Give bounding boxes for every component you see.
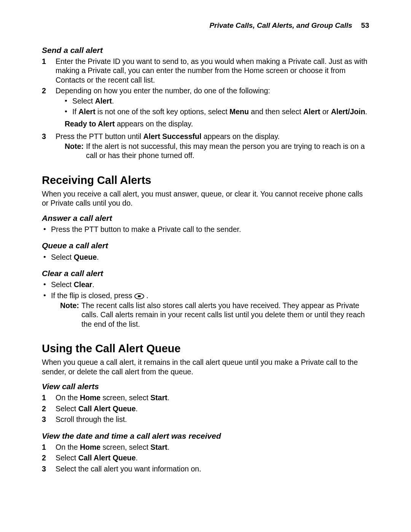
step-2: 2 Select Call Alert Queue. xyxy=(42,453,369,464)
text: appears on the display. xyxy=(201,132,280,141)
text: or xyxy=(320,107,331,116)
chapter-title: Private Calls, Call Alerts, and Group Ca… xyxy=(209,21,352,29)
text: Select xyxy=(51,253,74,261)
clear-bullet-1: Select Clear. xyxy=(42,280,369,291)
step-1: 1 On the Home screen, select Start. xyxy=(42,443,369,453)
text: . xyxy=(136,454,138,462)
step-number: 1 xyxy=(42,393,53,402)
text: . xyxy=(136,404,138,413)
ui-term-start: Start xyxy=(150,393,167,402)
heading-receiving-call-alerts: Receiving Call Alerts xyxy=(42,173,369,187)
step-3: 3 Press the PTT button until Alert Succe… xyxy=(42,132,369,164)
step-number: 3 xyxy=(42,464,53,473)
text: Select xyxy=(56,404,78,413)
text: appears on the display. xyxy=(115,120,193,128)
step-2-result: Ready to Alert appears on the display. xyxy=(65,118,369,130)
text: . xyxy=(365,107,367,116)
text: If the flip is closed, press xyxy=(51,291,134,300)
step-2: 2 Select Call Alert Queue. xyxy=(42,404,369,415)
ui-term-alert: Alert xyxy=(78,107,95,116)
receiving-intro: When you receive a call alert, you must … xyxy=(42,189,369,208)
heading-send-call-alert: Send a call alert xyxy=(42,45,369,55)
text: If xyxy=(72,107,78,116)
step-2: 2 Depending on how you enter the number,… xyxy=(42,86,369,132)
using-queue-intro: When you queue a call alert, it remains … xyxy=(42,358,369,376)
text: screen, select xyxy=(100,443,150,451)
step-number: 2 xyxy=(42,453,53,462)
step-3: 3 Scroll through the list. xyxy=(42,415,369,425)
heading-queue-call-alert: Queue a call alert xyxy=(42,241,369,251)
step-2-intro: Depending on how you enter the number, d… xyxy=(56,86,270,95)
heading-using-call-alert-queue: Using the Call Alert Queue xyxy=(42,342,369,355)
ui-term-alert-join: Alert/Join xyxy=(331,107,365,116)
clear-note: Note: The recent calls list also stores … xyxy=(51,301,369,329)
ui-term-queue: Queue xyxy=(74,253,97,261)
step-3: 3 Select the call alert you want informa… xyxy=(42,464,369,475)
text: Select xyxy=(51,280,74,289)
text: Select xyxy=(56,454,78,462)
step-number: 2 xyxy=(42,86,53,95)
step-1-text: Enter the Private ID you want to send to… xyxy=(56,57,367,84)
step-2-bullet-1: Select Alert. xyxy=(63,96,369,107)
view-call-alerts-steps: 1 On the Home screen, select Start. 2 Se… xyxy=(42,393,369,425)
ui-term-start: Start xyxy=(150,443,167,451)
note-label: Note: xyxy=(65,142,84,151)
queue-bullet-1: Select Queue. xyxy=(42,252,369,263)
text: Scroll through the list. xyxy=(56,415,127,423)
page-number: 53 xyxy=(361,21,369,29)
step-1: 1 On the Home screen, select Start. xyxy=(42,393,369,404)
text: . xyxy=(92,280,94,289)
status-ready-to-alert: Ready to Alert xyxy=(65,120,115,128)
text: . xyxy=(146,291,148,300)
answer-bullet-1: Press the PTT button to make a Private c… xyxy=(42,225,369,235)
text: . xyxy=(167,443,169,451)
clear-list: Select Clear. If the flip is closed, pre… xyxy=(42,280,369,332)
note-text: If the alert is not successful, this may… xyxy=(86,142,365,160)
ui-term-clear: Clear xyxy=(74,280,92,289)
text: screen, select xyxy=(100,393,150,402)
text: On the xyxy=(56,443,80,451)
text: . xyxy=(97,253,99,261)
queue-list: Select Queue. xyxy=(42,252,369,263)
ui-term-menu: Menu xyxy=(229,107,249,116)
text: Select xyxy=(72,97,95,105)
step-2-bullet-2: If Alert is not one of the soft key opti… xyxy=(63,107,369,118)
heading-clear-call-alert: Clear a call alert xyxy=(42,268,369,278)
step-2-sublist: Select Alert. If Alert is not one of the… xyxy=(63,96,369,118)
step-number: 1 xyxy=(42,443,53,452)
text: Press the PTT button to make a Private c… xyxy=(51,225,241,233)
ui-term-alert: Alert xyxy=(303,107,320,116)
ui-term-call-alert-queue: Call Alert Queue xyxy=(78,454,136,462)
clear-bullet-2: If the flip is closed, press . Note: The… xyxy=(42,291,369,333)
ui-term-call-alert-queue: Call Alert Queue xyxy=(78,404,136,413)
text: On the xyxy=(56,393,80,402)
note-text: The recent calls list also stores call a… xyxy=(81,301,365,328)
text: Select the call alert you want informati… xyxy=(56,465,201,473)
view-date-time-steps: 1 On the Home screen, select Start. 2 Se… xyxy=(42,443,369,475)
smart-button-icon xyxy=(134,293,144,299)
status-alert-successful: Alert Successful xyxy=(143,132,202,141)
step-number: 1 xyxy=(42,57,53,66)
text: Press the PTT button until xyxy=(56,132,143,141)
step-number: 3 xyxy=(42,415,53,424)
step-number: 3 xyxy=(42,132,53,141)
ui-term-home: Home xyxy=(80,393,100,402)
heading-view-call-alerts: View call alerts xyxy=(42,382,369,391)
text: . xyxy=(167,393,169,402)
heading-view-date-time: View the date and time a call alert was … xyxy=(42,431,369,441)
ui-term-alert: Alert xyxy=(95,97,112,105)
svg-rect-1 xyxy=(138,295,141,297)
note-label: Note: xyxy=(60,301,79,310)
text: is not one of the soft key options, sele… xyxy=(96,107,229,116)
step-number: 2 xyxy=(42,404,53,413)
text: and then select xyxy=(249,107,303,116)
running-header: Private Calls, Call Alerts, and Group Ca… xyxy=(42,21,369,30)
document-page: Private Calls, Call Alerts, and Group Ca… xyxy=(0,0,411,532)
text: . xyxy=(112,97,114,105)
answer-list: Press the PTT button to make a Private c… xyxy=(42,225,369,235)
heading-answer-call-alert: Answer a call alert xyxy=(42,213,369,223)
send-alert-steps: 1 Enter the Private ID you want to send … xyxy=(42,57,369,164)
ui-term-home: Home xyxy=(80,443,100,451)
step-3-note: Note: If the alert is not successful, th… xyxy=(56,142,369,160)
step-1: 1 Enter the Private ID you want to send … xyxy=(42,57,369,86)
